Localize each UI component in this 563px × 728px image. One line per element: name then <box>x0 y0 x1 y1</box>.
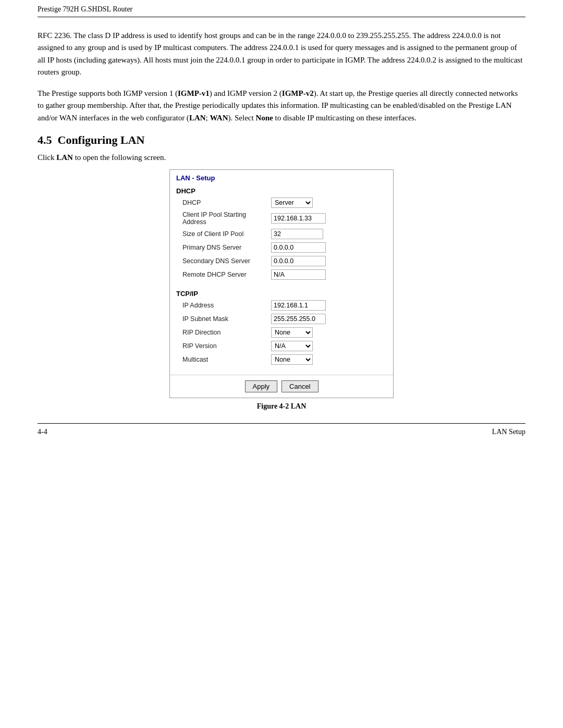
secondary-dns-label: Secondary DNS Server <box>182 257 271 265</box>
paragraph-1: RFC 2236. The class D IP address is used… <box>38 30 525 78</box>
subnet-mask-label: IP Subnet Mask <box>182 315 271 323</box>
dhcp-select[interactable]: Server None Relay <box>271 198 313 208</box>
section-title: 4.5 Configuring LAN <box>38 133 525 147</box>
rip-version-row: RIP Version N/A RIP-1 RIP-2B RIP-2M <box>170 339 393 353</box>
size-pool-input[interactable] <box>271 229 323 239</box>
ip-address-input[interactable] <box>271 300 326 311</box>
primary-dns-row: Primary DNS Server <box>170 241 393 254</box>
remote-dhcp-row: Remote DHCP Server <box>170 268 393 281</box>
footer: 4-4 LAN Setup <box>38 423 525 439</box>
multicast-row: Multicast None IGMP-v1 IGMP-v2 <box>170 353 393 366</box>
rip-version-select[interactable]: N/A RIP-1 RIP-2B RIP-2M <box>271 341 313 351</box>
client-ip-pool-input[interactable] <box>271 213 326 224</box>
lan-setup-box: LAN - Setup DHCP DHCP Server None Relay … <box>169 169 394 398</box>
apply-button[interactable]: Apply <box>245 380 278 392</box>
figure-label: Figure 4-2 LAN <box>257 402 307 411</box>
remote-dhcp-label: Remote DHCP Server <box>182 271 271 278</box>
primary-dns-input[interactable] <box>271 242 326 253</box>
page-header: Prestige 792H G.SHDSL Router <box>38 5 132 13</box>
secondary-dns-row: Secondary DNS Server <box>170 254 393 268</box>
size-pool-row: Size of Client IP Pool <box>170 227 393 241</box>
paragraph-2: The Prestige supports both IGMP version … <box>38 88 525 124</box>
dhcp-row: DHCP Server None Relay <box>170 196 393 209</box>
footer-right: LAN Setup <box>492 428 525 436</box>
lan-setup-title: LAN - Setup <box>170 170 393 184</box>
dhcp-label: DHCP <box>182 199 271 206</box>
ip-address-label: IP Address <box>182 302 271 309</box>
subnet-mask-input[interactable] <box>271 314 326 324</box>
size-pool-label: Size of Client IP Pool <box>182 230 271 238</box>
click-instruction: Click LAN to open the following screen. <box>38 153 525 162</box>
dhcp-section-header: DHCP <box>170 184 393 196</box>
ip-address-row: IP Address <box>170 299 393 312</box>
primary-dns-label: Primary DNS Server <box>182 244 271 251</box>
subnet-mask-row: IP Subnet Mask <box>170 312 393 326</box>
rip-direction-label: RIP Direction <box>182 329 271 336</box>
multicast-select[interactable]: None IGMP-v1 IGMP-v2 <box>271 354 313 365</box>
rip-direction-row: RIP Direction None Both In Only Out Only <box>170 326 393 339</box>
footer-left: 4-4 <box>38 428 47 436</box>
figure-container: LAN - Setup DHCP DHCP Server None Relay … <box>38 169 525 411</box>
cancel-button[interactable]: Cancel <box>282 380 318 392</box>
client-ip-pool-label: Client IP Pool Starting Address <box>182 211 271 226</box>
secondary-dns-input[interactable] <box>271 256 326 266</box>
remote-dhcp-input[interactable] <box>271 269 326 280</box>
client-ip-pool-row: Client IP Pool Starting Address <box>170 209 393 227</box>
tcpip-section-header: TCP/IP <box>170 287 393 299</box>
rip-direction-select[interactable]: None Both In Only Out Only <box>271 327 313 338</box>
multicast-label: Multicast <box>182 356 271 363</box>
button-row: Apply Cancel <box>170 375 393 398</box>
rip-version-label: RIP Version <box>182 342 271 350</box>
